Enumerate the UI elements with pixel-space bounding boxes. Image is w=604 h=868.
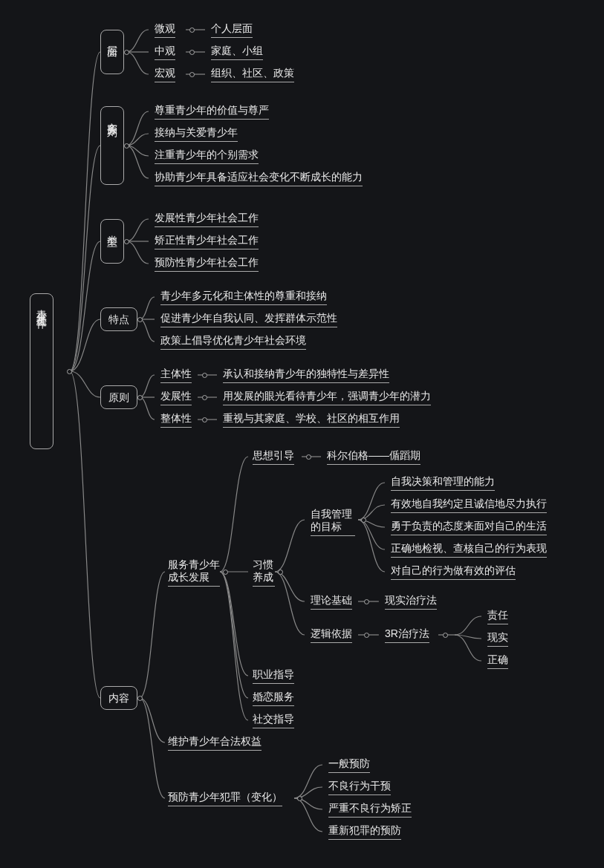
princ-2k: 发展性 — [160, 390, 192, 405]
branch-practice[interactable]: 实务原则 — [100, 106, 124, 185]
level-micro-v: 个人层面 — [211, 22, 253, 38]
logic-k: 逻辑依据 — [311, 627, 352, 643]
princ-1k: 主体性 — [160, 368, 192, 383]
level-macro-k: 宏观 — [155, 67, 175, 82]
smg-4: 正确地检视、查核自己的行为表现 — [391, 542, 547, 558]
princ-3v: 重视与其家庭、学校、社区的相互作用 — [223, 412, 400, 428]
princ-1v: 承认和接纳青少年的独特性与差异性 — [223, 368, 389, 383]
princ-3k: 整体性 — [160, 412, 192, 428]
marriage: 婚恋服务 — [253, 691, 294, 706]
logic-v: 3R治疗法 — [385, 627, 429, 643]
practice-1: 尊重青少年的价值与尊严 — [155, 104, 269, 120]
practice-4: 协助青少年具备适应社会变化不断成长的能力 — [155, 171, 363, 186]
content-growth: 服务青少年成长发展 — [168, 558, 220, 587]
branch-feature[interactable]: 特点 — [100, 307, 137, 331]
type-3: 预防性青少年社会工作 — [155, 256, 259, 272]
3r-1: 责任 — [487, 609, 508, 624]
prevent-1: 一般预防 — [328, 757, 370, 773]
practice-2: 接纳与关爱青少年 — [155, 126, 238, 142]
growth-thought-k: 思想引导 — [253, 449, 294, 465]
content-rights: 维护青少年合法权益 — [168, 735, 262, 751]
branch-content[interactable]: 内容 — [100, 686, 137, 710]
branch-type[interactable]: 类型 — [100, 219, 124, 264]
practice-3: 注重青少年的个别需求 — [155, 149, 259, 164]
growth-thought-v: 科尔伯格——偱蹈期 — [327, 449, 420, 465]
theory-k: 理论基础 — [311, 594, 352, 610]
theory-v: 现实治疗法 — [385, 594, 437, 610]
feature-1: 青少年多元化和主体性的尊重和接纳 — [160, 290, 327, 305]
type-1: 发展性青少年社会工作 — [155, 212, 259, 227]
smg-1: 自我决策和管理的能力 — [391, 475, 495, 491]
connector-lines — [0, 0, 604, 868]
habit-title: 习惯养成 — [253, 558, 275, 587]
feature-3: 政策上倡导优化青少年社会环境 — [160, 334, 306, 350]
prevent-2: 不良行为干预 — [328, 780, 391, 795]
princ-2v: 用发展的眼光看待青少年，强调青少年的潜力 — [223, 390, 431, 405]
level-micro-k: 微观 — [155, 22, 175, 38]
self-mgmt-title: 自我管理的目标 — [311, 508, 355, 536]
type-2: 矫正性青少年社会工作 — [155, 234, 259, 249]
3r-3: 正确 — [487, 653, 508, 669]
content-prevent: 预防青少年犯罪（变化） — [168, 791, 282, 806]
smg-3: 勇于负责的态度来面对自己的生活 — [391, 520, 547, 535]
level-meso-v: 家庭、小组 — [211, 45, 263, 60]
level-meso-k: 中观 — [155, 45, 175, 60]
smg-5: 对自己的行为做有效的评估 — [391, 564, 516, 580]
level-macro-v: 组织、社区、政策 — [211, 67, 294, 82]
career: 职业指导 — [253, 668, 294, 684]
prevent-4: 重新犯罪的预防 — [328, 824, 401, 840]
branch-principle[interactable]: 原则 — [100, 385, 137, 409]
prevent-3: 严重不良行为矫正 — [328, 802, 412, 818]
social: 社交指导 — [253, 713, 294, 728]
smg-2: 有效地自我约定且诚信地尽力执行 — [391, 497, 547, 513]
feature-2: 促进青少年自我认同、发挥群体示范性 — [160, 312, 337, 327]
3r-2: 现实 — [487, 631, 508, 647]
root-node[interactable]: 青少年社会工作 — [30, 293, 53, 449]
branch-level[interactable]: 层面 — [100, 30, 124, 74]
